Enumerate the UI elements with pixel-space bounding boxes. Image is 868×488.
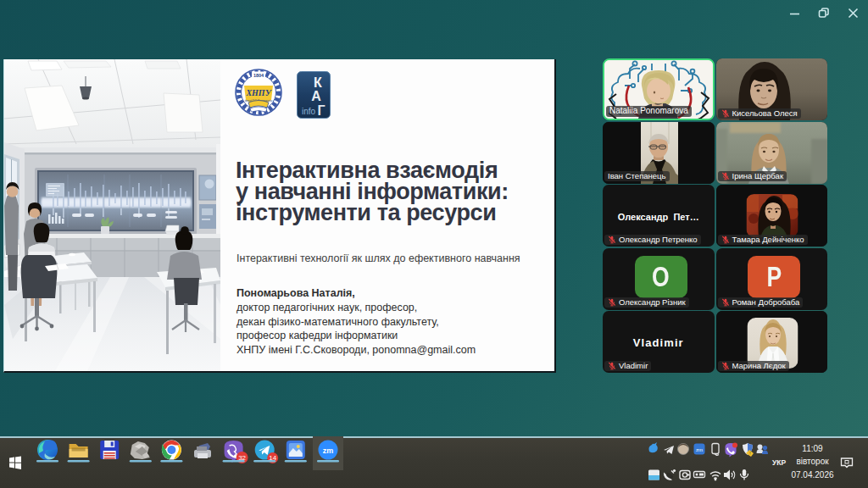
svg-text:К: К <box>314 75 322 90</box>
svg-text:!: ! <box>749 451 750 456</box>
svg-text:1804: 1804 <box>253 73 264 78</box>
svg-text:Г: Г <box>317 103 325 118</box>
svg-text:А: А <box>311 89 321 103</box>
svg-text:zm: zm <box>323 446 334 455</box>
svg-text:zm: zm <box>696 447 703 452</box>
svg-text:іnfo: іnfo <box>302 107 316 116</box>
svg-text:ХНПУ: ХНПУ <box>245 88 271 97</box>
